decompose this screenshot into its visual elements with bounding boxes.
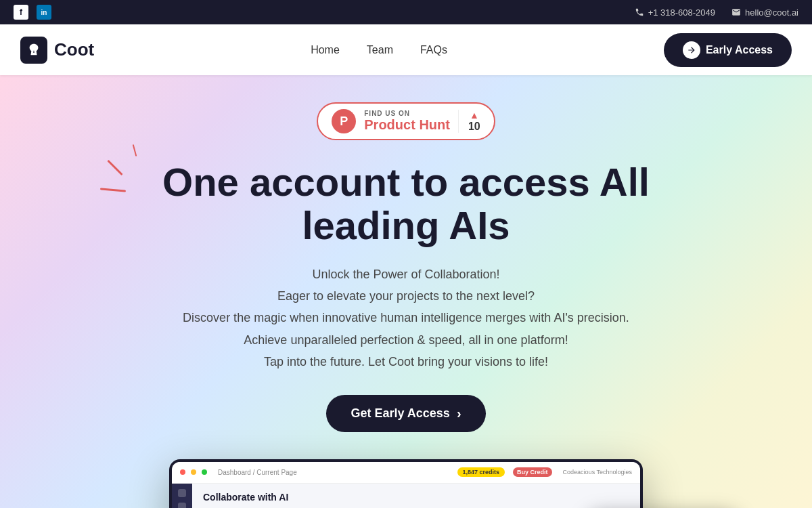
main-screen: Dashboard / Current Page 1,847 credits B… [169, 459, 643, 508]
sidebar-dot-2 [178, 503, 186, 508]
subtitle-line-5: Tap into the future. Let Coot bring your… [183, 351, 629, 373]
product-hunt-logo: P [332, 109, 356, 133]
logo-icon [20, 37, 47, 64]
get-early-access-button[interactable]: Get Early Access › [326, 395, 485, 432]
topbar-social-links: f in [14, 5, 51, 20]
buy-credit-btn[interactable]: Buy Credit [513, 467, 552, 477]
cta-label: Get Early Access [351, 406, 449, 421]
phone-icon [635, 7, 644, 17]
phone-number: +1 318-608-2049 [648, 7, 715, 18]
minimize-dot [191, 469, 196, 475]
subtitle-line-3: Discover the magic when innovative human… [183, 307, 629, 329]
screen-content: Collaborate with AI Just Launched [192, 484, 640, 508]
screen-body: Collaborate with AI Just Launched [172, 484, 640, 508]
collab-title: Collaborate with AI [203, 492, 629, 503]
screen-credits: 1,847 credits [457, 467, 505, 477]
dashboard-preview: Dashboard / Current Page 1,847 credits B… [14, 459, 798, 508]
product-hunt-text: FIND US ON Product Hunt [364, 110, 450, 133]
screen-breadcrumb: Dashboard / Current Page [218, 469, 297, 476]
arrow-right-icon [687, 45, 696, 55]
upvote-count: 10 [468, 121, 480, 133]
arrow-circle [683, 41, 700, 59]
cta-arrow-icon: › [457, 406, 461, 421]
phone-contact: +1 318-608-2049 [635, 7, 715, 18]
topbar-contacts: +1 318-608-2049 hello@coot.ai [635, 7, 798, 18]
screen-inner: Dashboard / Current Page 1,847 credits B… [172, 462, 640, 508]
coot-icon [26, 43, 41, 58]
screen-sidebar [172, 484, 192, 508]
sidebar-dot-1 [178, 489, 186, 497]
product-hunt-count: ▲ 10 [458, 110, 480, 133]
expand-dot [202, 469, 207, 475]
early-access-button[interactable]: Early Access [664, 33, 792, 67]
hero-subtitle: Unlock the Power of Collaboration! Eager… [183, 263, 629, 373]
close-dot [180, 469, 185, 475]
subtitle-line-2: Eager to elevate your projects to the ne… [183, 285, 629, 307]
ph-find-label: FIND US ON [364, 110, 450, 117]
hero-title: One account to access All leading AIs [102, 161, 710, 247]
nav-links: Home Team FAQs [311, 44, 447, 56]
email-address: hello@coot.ai [745, 7, 798, 18]
facebook-icon[interactable]: f [14, 5, 28, 20]
ph-name-label: Product Hunt [364, 117, 450, 133]
topbar: f in +1 318-608-2049 hello@coot.ai [0, 0, 812, 24]
logo-text: Coot [54, 39, 94, 60]
hero-section: P FIND US ON Product Hunt ▲ 10 One accou… [0, 75, 812, 508]
company-label: Codeacious Technologies [563, 469, 632, 475]
nav-faqs[interactable]: FAQs [420, 44, 447, 56]
deco-stroke-2 [133, 144, 137, 156]
early-access-label: Early Access [706, 44, 773, 56]
nav-team[interactable]: Team [367, 44, 393, 56]
logo[interactable]: Coot [20, 37, 94, 64]
linkedin-icon[interactable]: in [37, 5, 51, 20]
navbar: Coot Home Team FAQs Early Access [0, 24, 812, 75]
subtitle-line-1: Unlock the Power of Collaboration! [183, 263, 629, 285]
email-contact: hello@coot.ai [731, 7, 798, 18]
email-icon [731, 7, 741, 17]
subtitle-line-4: Achieve unparalleled perfection & speed,… [183, 329, 629, 351]
nav-home[interactable]: Home [311, 44, 340, 56]
upvote-arrow: ▲ [470, 110, 479, 121]
screen-topbar: Dashboard / Current Page 1,847 credits B… [172, 462, 640, 484]
product-hunt-badge[interactable]: P FIND US ON Product Hunt ▲ 10 [317, 102, 495, 140]
